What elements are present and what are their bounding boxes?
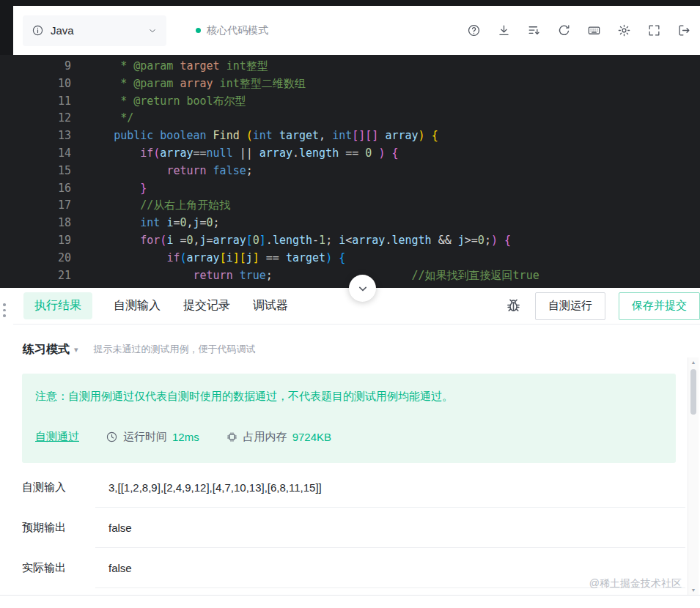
line-number: 15 (0, 163, 71, 180)
line-number: 18 (0, 215, 71, 232)
code-text: */ (71, 110, 133, 127)
code-mode-indicator: 核心代码模式 (196, 24, 268, 37)
code-text: //从右上角开始找 (71, 197, 230, 215)
run-config-icon[interactable] (527, 23, 541, 37)
code-editor[interactable]: 9 * @param target int整型10 * @param array… (0, 55, 700, 288)
scrollbar-up-arrow[interactable]: ▲ (688, 359, 699, 366)
io-row: 自测输入3,[[1,2,8,9],[2,4,9,12],[4,7,10,13],… (22, 467, 685, 508)
scrollbar-thumb[interactable] (690, 369, 696, 415)
line-number: 19 (0, 232, 71, 250)
code-practice-panel: Java 核心代码模式 (0, 0, 700, 608)
panel-drag-handle[interactable] (3, 303, 6, 317)
code-line[interactable]: 11 * @return bool布尔型 (0, 93, 700, 111)
line-number: 17 (0, 197, 71, 215)
line-number: 13 (0, 127, 71, 145)
memory-stat: 占用内存 9724KB (226, 430, 331, 444)
chevron-down-icon (147, 26, 158, 36)
toolbar-icon-group (467, 23, 700, 37)
io-row-value[interactable]: false (95, 508, 685, 548)
code-line[interactable]: 9 * @param target int整型 (0, 58, 700, 75)
io-row-label: 预期输出 (22, 521, 95, 535)
code-line[interactable]: 17 //从右上角开始找 (0, 197, 700, 215)
exit-window-icon[interactable] (677, 23, 691, 37)
tab-result[interactable]: 执行结果 (23, 292, 92, 319)
memory-label: 占用内存 (243, 430, 287, 444)
code-text: return true; //如果找到直接返回true (71, 267, 539, 285)
caret-down-icon: ▾ (74, 345, 78, 355)
result-notice: 注意：自测用例通过仅代表自测时使用的数据通过，不代表题目的测试用例均能通过。 (35, 390, 663, 404)
tab-debugger[interactable]: 调试器 (251, 292, 290, 319)
mode-dot (196, 28, 201, 33)
save-submit-button[interactable]: 保存并提交 (619, 292, 700, 320)
io-row: 预期输出false (22, 508, 685, 548)
code-text: public boolean Find (int target, int[][]… (71, 127, 438, 145)
line-number: 10 (0, 75, 71, 93)
runtime-label: 运行时间 (123, 430, 167, 444)
line-number: 11 (0, 93, 71, 111)
tabs: 执行结果自测输入提交记录调试器 (23, 292, 290, 319)
clock-icon (106, 431, 118, 443)
code-lines: 9 * @param target int整型10 * @param array… (0, 58, 700, 284)
top-edge-strip (0, 0, 700, 6)
chevron-down-icon (355, 281, 370, 296)
refresh-icon[interactable] (557, 23, 571, 37)
watermark: @稀土掘金技术社区 (589, 577, 682, 590)
practice-mode-dropdown[interactable]: 练习模式 ▾ (23, 342, 78, 357)
scrollbar-down-arrow[interactable]: ▼ (688, 587, 699, 594)
code-line[interactable]: 15 return false; (0, 163, 700, 180)
line-number: 9 (0, 58, 71, 75)
self-test-run-button[interactable]: 自测运行 (535, 292, 605, 320)
language-info-icon (32, 24, 44, 37)
keyboard-icon[interactable] (587, 23, 601, 37)
left-edge-strip (0, 6, 13, 55)
code-text: return false; (71, 163, 253, 180)
debug-bug-icon[interactable] (505, 297, 522, 314)
code-text: } (71, 180, 147, 198)
code-text: if(array==null || array.length == 0 ) { (71, 145, 398, 163)
self-test-status-link[interactable]: 自测通过 (35, 430, 79, 444)
results-scrollbar[interactable]: ▲ ▼ (688, 357, 699, 596)
code-line[interactable]: 20 if(array[i][j] == target) { (0, 250, 700, 267)
settings-gear-icon[interactable] (617, 23, 631, 37)
io-row-value[interactable]: 3,[[1,2,8,9],[2,4,9,12],[4,7,10,13],[6,8… (95, 467, 685, 508)
practice-mode-row: 练习模式 ▾ 提示未通过的测试用例，便于代码调试 (13, 328, 687, 371)
io-row: 实际输出false (22, 548, 685, 588)
code-text: * @return bool布尔型 (71, 93, 246, 111)
tab-submissions[interactable]: 提交记录 (182, 292, 232, 319)
editor-toolbar: Java 核心代码模式 (13, 6, 700, 55)
language-value: Java (51, 24, 74, 37)
code-line[interactable]: 10 * @param array int整型二维数组 (0, 75, 700, 93)
code-line[interactable]: 16 } (0, 180, 700, 198)
line-number: 14 (0, 145, 71, 163)
code-text: * @param array int整型二维数组 (71, 75, 306, 93)
tab-self-test-input[interactable]: 自测输入 (112, 292, 162, 319)
io-row-label: 实际输出 (22, 561, 95, 575)
io-rows: 自测输入3,[[1,2,8,9],[2,4,9,12],[4,7,10,13],… (22, 467, 685, 588)
download-icon[interactable] (497, 23, 511, 37)
runtime-value: 12ms (172, 431, 199, 443)
practice-mode-label: 练习模式 (23, 342, 70, 357)
memory-value: 9724KB (292, 431, 331, 443)
line-number: 16 (0, 180, 71, 198)
code-line[interactable]: 13 public boolean Find (int target, int[… (0, 127, 700, 145)
runtime-stat: 运行时间 12ms (106, 430, 199, 444)
bottom-divider (0, 595, 700, 596)
code-text: if(array[i][j] == target) { (71, 250, 345, 267)
code-line[interactable]: 12 */ (0, 110, 700, 127)
code-text: * @param target int整型 (71, 58, 268, 75)
line-number: 20 (0, 250, 71, 267)
tab-actions: 自测运行 保存并提交 (505, 292, 700, 320)
code-text: for(i =0,j=array[0].length-1; i<array.le… (71, 232, 511, 250)
code-line[interactable]: 18 int i=0,j=0; (0, 215, 700, 232)
mode-label: 核心代码模式 (207, 24, 268, 37)
io-row-label: 自测输入 (22, 481, 95, 494)
expand-editor-button[interactable] (349, 275, 376, 302)
self-test-result-panel: 注意：自测用例通过仅代表自测时使用的数据通过，不代表题目的测试用例均能通过。 自… (22, 374, 676, 463)
memory-chip-icon (226, 431, 238, 443)
fullscreen-icon[interactable] (647, 23, 661, 37)
language-select[interactable]: Java (23, 15, 166, 46)
code-line[interactable]: 19 for(i =0,j=array[0].length-1; i<array… (0, 232, 700, 250)
help-icon[interactable] (467, 23, 481, 37)
code-line[interactable]: 14 if(array==null || array.length == 0 )… (0, 145, 700, 163)
line-number: 12 (0, 110, 71, 127)
